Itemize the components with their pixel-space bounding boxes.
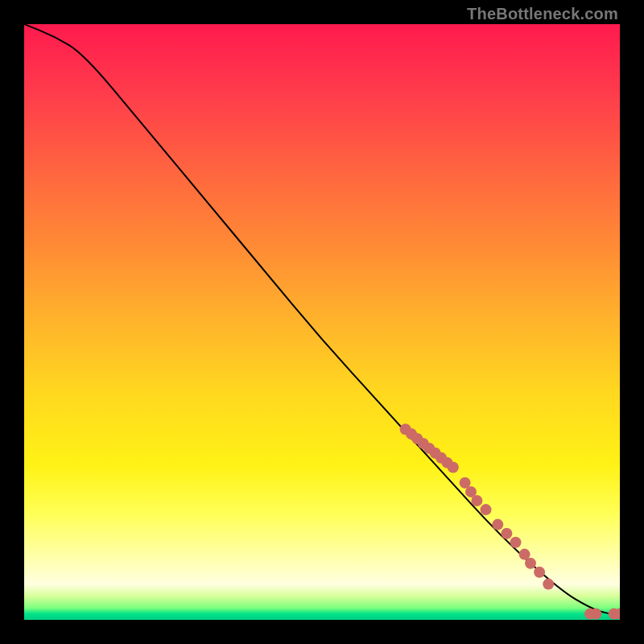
sample-point: [460, 477, 471, 489]
chart-frame: TheBottleneck.com: [0, 0, 644, 644]
sample-point: [492, 519, 503, 530]
sample-point: [525, 558, 536, 569]
sample-point: [534, 567, 545, 578]
sample-points-group: [400, 423, 620, 619]
bottleneck-curve: [24, 24, 620, 614]
sample-point: [411, 433, 423, 444]
chart-overlay: [24, 24, 620, 620]
sample-point: [418, 438, 429, 449]
sample-point: [501, 528, 512, 539]
sample-point: [609, 609, 620, 620]
sample-point: [465, 486, 477, 497]
sample-point: [448, 462, 459, 473]
sample-point: [519, 549, 530, 560]
sample-point: [441, 457, 452, 469]
sample-point: [510, 537, 522, 548]
sample-point: [584, 609, 596, 620]
attribution-watermark: TheBottleneck.com: [467, 5, 618, 23]
sample-point: [406, 428, 417, 440]
sample-point: [543, 579, 554, 590]
sample-point: [590, 609, 601, 620]
sample-point: [471, 495, 482, 506]
sample-point: [614, 609, 620, 620]
sample-point: [423, 443, 435, 454]
sample-point: [481, 504, 492, 515]
plot-area: [24, 24, 620, 620]
sample-point: [436, 452, 447, 464]
sample-point: [430, 448, 441, 459]
sample-point: [400, 423, 411, 435]
